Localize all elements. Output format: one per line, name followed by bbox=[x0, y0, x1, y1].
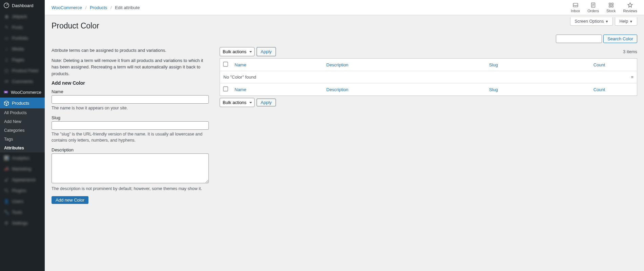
screen-meta: Screen Options▼ Help▼ bbox=[570, 17, 637, 26]
jetpack-icon: ◉ bbox=[3, 13, 9, 19]
search-button[interactable]: Search Color bbox=[603, 35, 637, 43]
submenu-add-new[interactable]: Add New bbox=[0, 117, 45, 126]
col-slug-foot[interactable]: Slug bbox=[489, 87, 498, 92]
slug-description: The "slug" is the URL-friendly version o… bbox=[52, 131, 209, 143]
users-icon: 👤 bbox=[3, 198, 9, 204]
sidebar-item-jetpack[interactable]: ◉Jetpack bbox=[0, 11, 45, 22]
dashboard-icon bbox=[3, 2, 9, 8]
breadcrumb-products[interactable]: Products bbox=[90, 5, 107, 10]
quick-orders[interactable]: Orders bbox=[587, 2, 599, 13]
stock-icon bbox=[608, 2, 614, 8]
col-count[interactable]: Count bbox=[593, 62, 605, 67]
submenu-attributes[interactable]: Attributes bbox=[0, 144, 45, 152]
settings-icon: ⚙ bbox=[3, 220, 9, 226]
feed-icon: ◫ bbox=[3, 67, 9, 74]
col-name-foot[interactable]: Name bbox=[235, 87, 246, 92]
portfolio-icon: ▭ bbox=[3, 35, 9, 41]
select-all-top[interactable] bbox=[223, 62, 228, 66]
description-description: The description is not prominent by defa… bbox=[52, 186, 209, 192]
svg-rect-7 bbox=[609, 6, 611, 7]
no-items-text: No "Color" found ≡ bbox=[220, 71, 637, 83]
col-description-foot[interactable]: Description bbox=[326, 87, 348, 92]
breadcrumb-sep: / bbox=[110, 5, 112, 10]
svg-rect-5 bbox=[609, 3, 611, 5]
bulk-actions-select-bottom[interactable]: Bulk actions bbox=[220, 98, 255, 107]
sidebar-item-portfolio[interactable]: ▭Portfolio bbox=[0, 33, 45, 43]
table-row-empty: No "Color" found ≡ bbox=[220, 71, 637, 83]
chevron-down-icon: ▼ bbox=[605, 20, 608, 23]
sidebar-item-settings[interactable]: ⚙Settings bbox=[0, 217, 45, 228]
add-new-color-button[interactable]: Add new Color bbox=[52, 196, 88, 204]
col-slug[interactable]: Slug bbox=[489, 62, 498, 67]
marketing-icon: 📣 bbox=[3, 166, 9, 172]
sidebar-item-product-feed[interactable]: ◫Product Feed bbox=[0, 65, 45, 76]
intro-text: Attribute terms can be assigned to produ… bbox=[52, 47, 209, 54]
quick-inbox[interactable]: Inbox bbox=[571, 2, 580, 13]
submenu-categories[interactable]: Categories bbox=[0, 126, 45, 135]
breadcrumb-current: Edit attribute bbox=[115, 5, 140, 10]
description-label: Description bbox=[52, 147, 209, 152]
col-count-foot[interactable]: Count bbox=[593, 87, 605, 92]
name-description: The name is how it appears on your site. bbox=[52, 105, 209, 111]
intro-note: Note: Deleting a term will remove it fro… bbox=[52, 57, 209, 77]
name-label: Name bbox=[52, 89, 209, 94]
apply-button-top[interactable]: Apply bbox=[257, 47, 276, 56]
sidebar-label: Products bbox=[12, 101, 29, 106]
screen-options-button[interactable]: Screen Options▼ bbox=[570, 17, 613, 26]
tablenav-top: Bulk actions Apply 3 items bbox=[220, 47, 637, 56]
select-all-bottom[interactable] bbox=[223, 86, 228, 91]
quick-stock[interactable]: Stock bbox=[606, 2, 616, 13]
hamburger-icon[interactable]: ≡ bbox=[631, 75, 633, 80]
quick-label: Orders bbox=[587, 9, 599, 13]
comments-icon: ✉ bbox=[3, 78, 9, 84]
sidebar-item-products[interactable]: Products bbox=[0, 98, 45, 108]
quick-reviews[interactable]: Reviews bbox=[623, 2, 637, 13]
sidebar-item-woocommerce[interactable]: W WooCommerce bbox=[0, 87, 45, 98]
apply-button-bottom[interactable]: Apply bbox=[257, 99, 276, 106]
svg-text:W: W bbox=[5, 91, 7, 93]
description-textarea[interactable] bbox=[52, 153, 209, 183]
inbox-icon bbox=[572, 2, 579, 8]
page-title: Product Color bbox=[52, 21, 99, 30]
submenu-tags[interactable]: Tags bbox=[0, 135, 45, 144]
sidebar-item-plugins[interactable]: 🔌Plugins bbox=[0, 185, 45, 196]
tools-icon: 🔧 bbox=[3, 209, 9, 215]
sidebar-item-media[interactable]: ♪Media bbox=[0, 43, 45, 54]
sidebar-item-marketing[interactable]: 📣Marketing bbox=[0, 163, 45, 174]
submenu-all-products[interactable]: All Products bbox=[0, 108, 45, 117]
sidebar-item-users[interactable]: 👤Users bbox=[0, 196, 45, 207]
breadcrumb: WooCommerce / Products / Edit attribute bbox=[52, 5, 140, 10]
pin-icon: ✎ bbox=[3, 24, 9, 30]
bulk-actions-select-top[interactable]: Bulk actions bbox=[220, 47, 255, 56]
name-input[interactable] bbox=[52, 95, 209, 104]
search-input[interactable] bbox=[556, 35, 602, 43]
quick-label: Stock bbox=[606, 9, 616, 13]
sidebar-item-posts[interactable]: ✎Posts bbox=[0, 22, 45, 33]
products-submenu: All Products Add New Categories Tags Att… bbox=[0, 108, 45, 152]
sidebar-item-dashboard[interactable]: Dashboard bbox=[0, 0, 45, 11]
help-button[interactable]: Help▼ bbox=[615, 17, 637, 26]
item-count: 3 items bbox=[623, 49, 637, 54]
svg-rect-8 bbox=[611, 6, 613, 7]
col-name[interactable]: Name bbox=[235, 62, 246, 67]
search-row: Search Color bbox=[52, 35, 637, 43]
products-icon bbox=[3, 100, 9, 106]
form-title: Add new Color bbox=[52, 80, 209, 86]
sidebar-item-comments[interactable]: ✉Comments bbox=[0, 76, 45, 87]
admin-sidebar: Dashboard ◉Jetpack ✎Posts ▭Portfolio ♪Me… bbox=[0, 0, 45, 271]
slug-label: Slug bbox=[52, 115, 209, 120]
breadcrumb-woocommerce[interactable]: WooCommerce bbox=[52, 5, 82, 10]
main-area: WooCommerce / Products / Edit attribute … bbox=[45, 0, 644, 271]
appearance-icon: 🖌 bbox=[3, 176, 9, 183]
add-term-form: Attribute terms can be assigned to produ… bbox=[52, 47, 209, 204]
sidebar-item-tools[interactable]: 🔧Tools bbox=[0, 207, 45, 217]
chevron-down-icon: ▼ bbox=[629, 20, 633, 23]
slug-input[interactable] bbox=[52, 121, 209, 130]
terms-table: Name Description Slug Count No "Color" f… bbox=[220, 58, 637, 96]
col-description[interactable]: Description bbox=[326, 62, 348, 67]
woocommerce-icon: W bbox=[3, 89, 8, 95]
sidebar-item-appearance[interactable]: 🖌Appearance bbox=[0, 174, 45, 185]
sidebar-item-pages[interactable]: ▯Pages bbox=[0, 54, 45, 65]
sidebar-item-analytics[interactable]: 📊Analytics bbox=[0, 152, 45, 163]
sidebar-label: WooCommerce bbox=[11, 90, 41, 95]
